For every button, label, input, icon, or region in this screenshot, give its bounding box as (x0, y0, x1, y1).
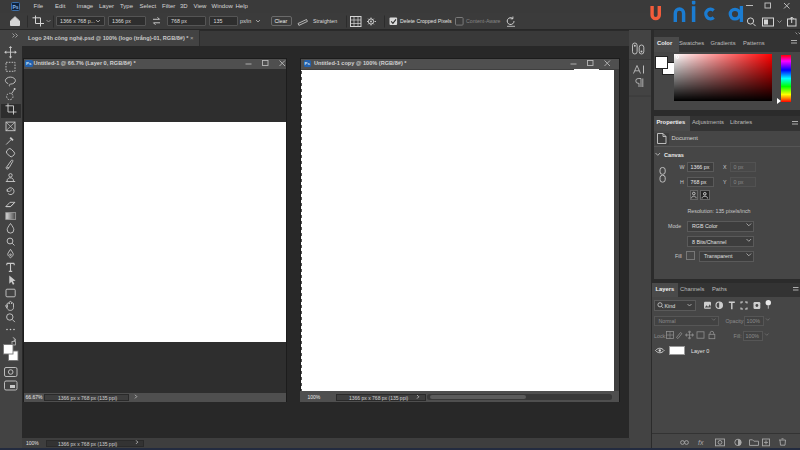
svg-text:fx: fx (698, 439, 704, 446)
